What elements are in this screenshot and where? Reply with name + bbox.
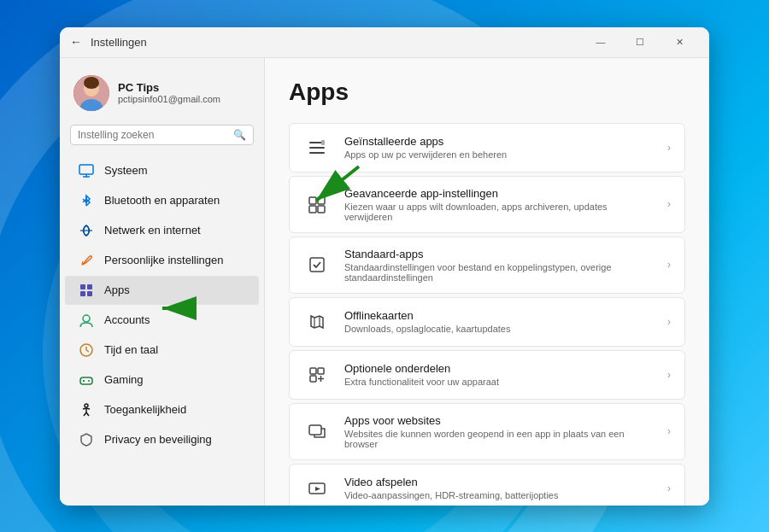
- sidebar-item-toegankelijkheid[interactable]: Toegankelijkheid: [65, 395, 259, 424]
- svg-rect-40: [318, 368, 324, 374]
- settings-window: ← Instellingen — ☐ ✕: [60, 27, 709, 506]
- page-title: Apps: [289, 79, 685, 106]
- sidebar-item-tijd[interactable]: Tijd en taal: [65, 336, 259, 365]
- window-controls: — ☐ ✕: [581, 27, 699, 58]
- sidebar-item-apps[interactable]: Apps: [65, 276, 259, 305]
- geinstalleerde-apps-text: Geïnstalleerde apps Apps op uw pc verwij…: [344, 135, 654, 160]
- geavanceerde-app-instellingen-title: Geavanceerde app-instellingen: [344, 187, 654, 200]
- svg-rect-16: [87, 284, 92, 289]
- accounts-icon: [79, 313, 94, 328]
- video-afspelen-title: Video afspelen: [344, 476, 654, 488]
- search-box[interactable]: 🔍: [70, 125, 254, 145]
- minimize-button[interactable]: —: [581, 27, 620, 58]
- maximize-button[interactable]: ☐: [620, 27, 660, 58]
- nav-list: Systeem Bluetooth en apparaten Netwerk e…: [60, 155, 264, 455]
- gaming-icon: [79, 372, 94, 388]
- video-afspelen-icon: [303, 475, 331, 502]
- avatar: [73, 75, 109, 111]
- privacy-icon: [79, 432, 94, 447]
- toegankelijkheid-icon: [79, 402, 94, 418]
- svg-rect-29: [309, 147, 325, 149]
- svg-rect-39: [310, 368, 316, 374]
- search-input[interactable]: [78, 129, 233, 141]
- offlinekaarten-chevron: ›: [667, 316, 671, 328]
- sidebar-item-privacy[interactable]: Privacy en beveiliging: [65, 425, 259, 454]
- video-afspelen-text: Video afspelen Video-aanpassingen, HDR-s…: [344, 476, 654, 500]
- search-icon: 🔍: [233, 129, 246, 141]
- svg-point-5: [87, 85, 89, 87]
- sidebar-item-accounts[interactable]: Accounts: [65, 306, 259, 335]
- sidebar-item-persoonlijk[interactable]: Persoonlijke instellingen: [65, 246, 259, 275]
- settings-item-optionele-onderdelen[interactable]: Optionele onderdelen Extra functionalite…: [289, 350, 685, 400]
- window-title: Instellingen: [91, 36, 147, 49]
- back-button[interactable]: ←: [70, 35, 82, 49]
- svg-point-6: [94, 85, 96, 87]
- settings-item-video-afspelen[interactable]: Video afspelen Video-aanpassingen, HDR-s…: [289, 464, 685, 506]
- optionele-onderdelen-description: Extra functionaliteit voor uw apparaat: [344, 377, 654, 387]
- standaard-apps-icon: [303, 251, 331, 278]
- apps-voor-websites-title: Apps voor websites: [344, 414, 654, 427]
- svg-rect-18: [87, 291, 92, 296]
- user-info: PC Tips pctipsinfo01@gmail.com: [118, 81, 220, 104]
- svg-rect-34: [309, 206, 316, 213]
- svg-rect-35: [318, 206, 325, 213]
- svg-rect-31: [321, 140, 325, 145]
- apps-icon: [79, 283, 94, 298]
- geavanceerde-app-instellingen-description: Kiezen waar u apps wilt downloaden, apps…: [344, 202, 654, 222]
- standaard-apps-title: Standaard-apps: [344, 248, 654, 260]
- apps-voor-websites-icon: [303, 418, 331, 445]
- sidebar-item-label-persoonlijk: Persoonlijke instellingen: [104, 254, 223, 266]
- optionele-onderdelen-icon: [303, 361, 331, 389]
- user-name: PC Tips: [118, 81, 220, 94]
- svg-point-19: [83, 315, 90, 322]
- sidebar-item-label-bluetooth: Bluetooth en apparaten: [104, 194, 220, 207]
- standaard-apps-description: Standaardinstellingen voor bestand en ko…: [344, 262, 654, 283]
- optionele-onderdelen-title: Optionele onderdelen: [344, 362, 654, 375]
- video-afspelen-chevron: ›: [667, 482, 671, 494]
- sidebar-item-label-gaming: Gaming: [104, 373, 144, 386]
- offlinekaarten-description: Downloads, opslaglocatie, kaartupdates: [344, 324, 654, 334]
- svg-rect-41: [310, 376, 316, 382]
- svg-rect-23: [80, 377, 92, 384]
- svg-rect-17: [80, 291, 85, 296]
- svg-point-4: [84, 77, 99, 89]
- optionele-onderdelen-text: Optionele onderdelen Extra functionalite…: [344, 362, 654, 387]
- standaard-apps-text: Standaard-apps Standaardinstellingen voo…: [344, 248, 654, 283]
- close-button[interactable]: ✕: [660, 27, 699, 58]
- sidebar-item-label-tijd: Tijd en taal: [104, 343, 158, 356]
- offlinekaarten-title: Offlinekaarten: [344, 309, 654, 322]
- geavanceerde-app-instellingen-chevron: ›: [667, 198, 671, 210]
- geavanceerde-app-instellingen-icon: [303, 190, 331, 218]
- offlinekaarten-text: Offlinekaarten Downloads, opslaglocatie,…: [344, 309, 654, 334]
- user-profile[interactable]: PC Tips pctipsinfo01@gmail.com: [60, 68, 264, 125]
- settings-item-offlinekaarten[interactable]: Offlinekaarten Downloads, opslaglocatie,…: [289, 297, 685, 347]
- settings-list: Geïnstalleerde apps Apps op uw pc verwij…: [289, 123, 685, 506]
- standaard-apps-chevron: ›: [667, 259, 671, 271]
- titlebar: ← Instellingen — ☐ ✕: [60, 27, 709, 58]
- offlinekaarten-icon: [303, 308, 331, 336]
- svg-point-27: [85, 404, 88, 407]
- sidebar-item-netwerk[interactable]: Netwerk en internet: [65, 216, 259, 245]
- sidebar-item-systeem[interactable]: Systeem: [65, 156, 259, 185]
- settings-item-geinstalleerde-apps[interactable]: Geïnstalleerde apps Apps op uw pc verwij…: [289, 123, 685, 172]
- tijd-icon: [79, 342, 94, 358]
- apps-voor-websites-chevron: ›: [667, 425, 671, 437]
- svg-marker-46: [315, 487, 320, 491]
- content-area: Apps Geïnstalleerde apps Apps op uw pc v…: [265, 58, 709, 506]
- svg-rect-15: [80, 284, 85, 289]
- persoonlijk-icon: [79, 253, 94, 268]
- bluetooth-icon: [79, 193, 94, 208]
- optionele-onderdelen-chevron: ›: [667, 369, 671, 381]
- svg-rect-36: [310, 258, 324, 272]
- geavanceerde-app-instellingen-text: Geavanceerde app-instellingen Kiezen waa…: [344, 187, 654, 222]
- settings-item-standaard-apps[interactable]: Standaard-apps Standaardinstellingen voo…: [289, 237, 685, 294]
- sidebar-item-gaming[interactable]: Gaming: [65, 365, 259, 395]
- svg-point-26: [88, 380, 90, 382]
- svg-line-22: [86, 350, 89, 352]
- user-email: pctipsinfo01@gmail.com: [118, 94, 220, 104]
- sidebar-item-label-toegankelijkheid: Toegankelijkheid: [104, 403, 186, 416]
- sidebar-item-bluetooth[interactable]: Bluetooth en apparaten: [65, 186, 259, 215]
- svg-rect-30: [309, 152, 325, 154]
- settings-item-apps-voor-websites[interactable]: Apps voor websites Websites die kunnen w…: [289, 403, 685, 460]
- settings-item-geavanceerde-app-instellingen[interactable]: Geavanceerde app-instellingen Kiezen waa…: [289, 176, 685, 233]
